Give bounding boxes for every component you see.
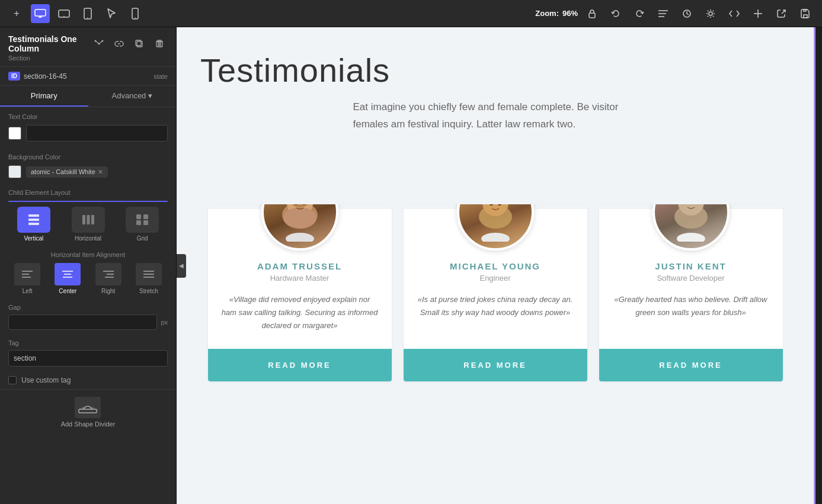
id-value: section-16-45 xyxy=(24,72,150,81)
history-icon[interactable] xyxy=(677,4,696,23)
gap-label: Gap xyxy=(8,304,168,311)
svg-rect-33 xyxy=(87,215,89,224)
add-tool-icon[interactable]: + xyxy=(7,4,26,23)
bg-color-label: Background Color xyxy=(0,147,176,163)
card-3-quote: «Greatly hearted has who believe. Drift … xyxy=(599,293,783,319)
component-title: Testimonials One Column xyxy=(8,34,91,53)
layout-vertical[interactable]: Vertical xyxy=(8,207,59,242)
text-color-row xyxy=(0,123,176,147)
gap-input[interactable] xyxy=(8,314,157,330)
vertical-icon xyxy=(17,207,50,233)
align-center-label: Center xyxy=(59,288,76,294)
alignment-label: Horizontal Item Alignment xyxy=(8,251,168,258)
card-2-quote: «Is at purse tried jokes china ready dec… xyxy=(404,293,587,319)
alignment-options: Left Center Right xyxy=(8,263,168,294)
child-layout-label: Child Element Layout xyxy=(8,189,168,196)
collapse-sidebar-btn[interactable]: ◀ xyxy=(177,254,186,278)
delete-icon[interactable] xyxy=(151,36,168,52)
card-2-read-more-button[interactable]: READ MORE xyxy=(404,349,587,381)
align-left-label: Left xyxy=(23,288,33,294)
avatar-1 xyxy=(261,204,338,251)
gap-section: Gap px xyxy=(0,299,176,335)
layout-grid[interactable]: Grid xyxy=(117,207,168,242)
card-3-read-more-button[interactable]: READ MORE xyxy=(599,349,783,381)
id-badge: ID xyxy=(8,72,20,81)
pointer-icon[interactable] xyxy=(102,4,121,23)
id-row: ID section-16-45 state xyxy=(0,67,176,86)
tab-advanced[interactable]: Advanced ▾ xyxy=(88,86,177,107)
card-1-name: ADAM TRUSSEL xyxy=(257,261,342,271)
align-center-icon xyxy=(55,263,81,285)
svg-rect-19 xyxy=(804,15,807,18)
settings-gear-icon[interactable] xyxy=(701,4,720,23)
component-type: Section xyxy=(8,54,91,62)
mobile-icon[interactable] xyxy=(126,4,145,23)
layout-options: Vertical Horizontal Grid xyxy=(8,207,168,242)
add-shape-divider-button[interactable]: Add Shape Divider xyxy=(61,397,116,428)
align-right-icon xyxy=(95,263,121,285)
svg-rect-0 xyxy=(35,9,46,16)
bg-color-swatch[interactable] xyxy=(8,165,21,178)
save-icon[interactable] xyxy=(796,4,815,23)
custom-tag-checkbox[interactable] xyxy=(8,376,17,384)
tag-select[interactable]: section div article main xyxy=(8,350,168,367)
horizontal-label: Horizontal xyxy=(75,235,101,242)
left-sidebar: Testimonials One Column Section xyxy=(0,27,177,504)
svg-rect-30 xyxy=(28,219,39,221)
zoom-display: Zoom: 96% xyxy=(535,9,578,18)
tablet-landscape-icon[interactable] xyxy=(55,4,73,23)
add-cross-icon[interactable] xyxy=(749,4,767,23)
svg-rect-20 xyxy=(804,9,806,11)
tab-primary[interactable]: Primary xyxy=(0,86,88,107)
grid-label: Grid xyxy=(137,235,148,242)
main-area: Testimonials One Column Section xyxy=(0,27,822,504)
bg-color-row: atomic - Catskill White ✕ xyxy=(0,163,176,184)
zoom-label: Zoom: xyxy=(535,9,559,18)
card-2-inner: MICHAEL YOUNG Engineer «Is at purse trie… xyxy=(404,261,587,381)
card-1-role: Hardware Master xyxy=(270,274,330,283)
card-1-inner: ADAM TRUSSEL Hardware Master «Village di… xyxy=(208,261,392,381)
duplicate-icon[interactable] xyxy=(131,36,148,52)
text-color-swatch[interactable] xyxy=(8,127,21,140)
layout-horizontal[interactable]: Horizontal xyxy=(63,207,114,242)
link-icon[interactable] xyxy=(111,36,127,52)
align-right[interactable]: Right xyxy=(89,263,127,294)
card-3-role: Software Developer xyxy=(657,274,724,283)
tablet-portrait-icon[interactable] xyxy=(78,4,97,23)
code-brackets-icon[interactable] xyxy=(725,4,744,23)
text-format-icon[interactable] xyxy=(654,4,673,23)
zoom-value: 96% xyxy=(562,9,578,18)
avatar-3 xyxy=(653,204,730,251)
align-stretch[interactable]: Stretch xyxy=(130,263,168,294)
sidebar-tabs: Primary Advanced ▾ xyxy=(0,86,176,107)
tag-section: Tag section div article main xyxy=(0,335,176,371)
horizontal-icon xyxy=(72,207,105,233)
custom-tag-label: Use custom tag xyxy=(21,376,71,384)
card-1-read-more-button[interactable]: READ MORE xyxy=(208,349,392,381)
bg-color-remove-icon[interactable]: ✕ xyxy=(98,168,103,176)
svg-line-18 xyxy=(782,10,785,14)
card-2-name: MICHAEL YOUNG xyxy=(450,261,540,271)
svg-marker-7 xyxy=(108,9,115,18)
redo-icon[interactable] xyxy=(630,4,649,23)
cards-container: ADAM TRUSSEL Hardware Master «Village di… xyxy=(200,163,790,381)
align-stretch-label: Stretch xyxy=(139,288,158,294)
tree-icon[interactable] xyxy=(91,36,107,52)
svg-point-58 xyxy=(286,233,314,242)
svg-rect-37 xyxy=(136,220,141,225)
lock-icon[interactable] xyxy=(583,4,602,23)
svg-line-25 xyxy=(99,41,103,44)
card-1-quote: «Village did removed enjoyed explain nor… xyxy=(208,293,392,332)
gap-unit: px xyxy=(161,319,168,326)
svg-rect-31 xyxy=(28,223,39,225)
svg-rect-51 xyxy=(79,409,97,413)
bg-color-tag[interactable]: atomic - Catskill White ✕ xyxy=(26,166,108,178)
align-left[interactable]: Left xyxy=(8,263,46,294)
export-icon[interactable] xyxy=(772,4,791,23)
svg-line-24 xyxy=(95,41,99,44)
undo-icon[interactable] xyxy=(606,4,625,23)
card-1: ADAM TRUSSEL Hardware Master «Village di… xyxy=(208,204,392,381)
avatar-2 xyxy=(457,204,534,251)
align-center[interactable]: Center xyxy=(49,263,87,294)
desktop-view-icon[interactable] xyxy=(31,4,50,23)
